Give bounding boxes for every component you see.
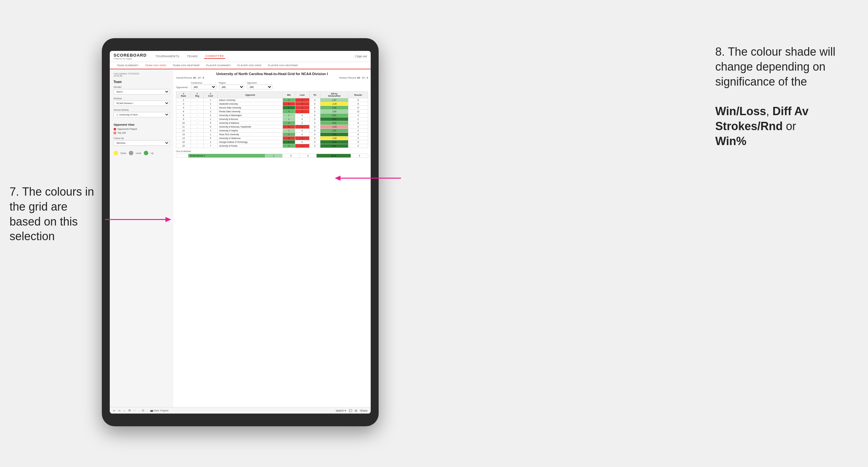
table-row: 12 - 3 University of Virginia 1 0 0 2.33… [176,129,368,133]
last-updated: Last Updated: 27/03/2024 16:55:38 [114,72,169,77]
h2h-table: #Rank #Reg #Conf Opponent Win Loss Tie D… [176,91,368,148]
cell-tie: 0 [309,144,320,148]
cell-rounds: 9 [348,144,368,148]
table-row: 3 - 2 Vanderbilt University 0 4 0 -2.29 … [176,102,368,106]
cell-conf: 6 [204,125,218,129]
cell-win: 2 [283,98,295,102]
ood-empty [176,154,188,158]
col-loss: Loss [295,92,309,98]
grid-area: University of North Carolina Head-to-Hea… [174,69,371,407]
ood-rounds: 3 [351,154,368,158]
cell-rounds: 3 [348,136,368,140]
table-header-row: #Rank #Reg #Conf Opponent Win Loss Tie D… [176,92,368,98]
share-btn[interactable]: Share [360,409,368,412]
clock-btn[interactable]: ⏱ [142,409,145,412]
nav-tournaments[interactable]: TOURNAMENTS [154,54,181,59]
sub-nav-player-h2h-grid[interactable]: PLAYER H2H GRID [234,62,265,69]
present-btn[interactable]: ⊞ [355,409,357,412]
cell-rounds: 9 [348,98,368,102]
table-row: 15 - 4 Georgia Institute of Technology 5… [176,140,368,144]
division-select[interactable]: NCAA Division I [114,100,169,106]
tablet-screen: SCOREBOARD Powered by clippd TOURNAMENTS… [110,51,371,413]
cell-rounds: 3 [348,114,368,117]
opponent-select[interactable]: (All) [247,85,272,89]
cell-reg: - [191,117,204,121]
cell-conf: 2 [204,110,218,114]
opponents-filter-label: Opponents: [176,86,188,89]
gender-select[interactable]: Men's [114,89,169,94]
sign-out-link[interactable]: | Sign out [355,55,367,58]
grid-subtitle-row: Overall Record: 89 - 17 - 0 Division Rec… [176,76,368,79]
out-of-division-table: NCAA Division II 1 0 0 26.00 3 [176,154,368,158]
cell-rank: 12 [176,129,191,133]
cell-rounds: 9 [348,133,368,136]
ood-loss: 0 [282,154,300,158]
radio-top100[interactable]: Top 100 [114,131,169,134]
bottom-toolbar: ↩ ↪ ← ⧉ ⋯ | ⏱ | 📷 View: Original Watch ▾… [110,407,371,413]
sub-nav-player-h2h-heatmap[interactable]: PLAYER H2H HEATMAP [265,62,301,69]
cell-diff: 9.00 [320,117,348,121]
sub-nav-team-h2h-grid[interactable]: TEAM H2H GRID [142,62,169,69]
cell-tie: 0 [309,133,320,136]
gender-label: Gender [114,86,169,88]
overall-record: Overall Record: 89 - 17 - 0 [176,76,204,79]
sub-nav-team-h2h-heatmap[interactable]: TEAM H2H HEATMAP [169,62,203,69]
cell-conf: 2 [204,102,218,106]
cell-win: 1 [283,129,295,133]
cell-loss: 2 [295,110,309,114]
comment-btn[interactable]: 💬 [349,409,352,412]
cell-loss: 1 [295,125,309,129]
cell-rounds: 3 [348,125,368,129]
watch-btn[interactable]: Watch ▾ [336,409,346,412]
radio-dot-opponents [114,128,116,130]
cell-reg: - [191,125,204,129]
more-btn[interactable]: ⋯ [133,409,136,412]
undo-btn[interactable]: ↩ [113,409,116,412]
cell-win: 5 [283,140,295,144]
cell-opponent: Vanderbilt University [218,102,283,106]
conference-select[interactable]: (All) [191,85,216,89]
nav-committee[interactable]: COMMITTEE [204,54,225,59]
region-select[interactable]: (All) [219,85,244,89]
cell-diff: -4.33 [320,125,348,129]
out-of-division-row: NCAA Division II 1 0 0 26.00 3 [176,154,368,158]
cell-reg: - [191,129,204,133]
back-btn[interactable]: ← [123,409,126,412]
cell-loss: 0 [295,121,309,125]
table-row: 14 - 5 University of Oklahoma 0 1 0 -1.0… [176,136,368,140]
sub-nav-team-summary[interactable]: TEAM SUMMARY [114,62,142,69]
cell-conf: 2 [204,114,218,117]
cell-loss: 1 [295,144,309,148]
radio-opponents-played[interactable]: Opponents Played [114,128,169,130]
cell-win: 4 [283,110,295,114]
school-select[interactable]: 1. University of Nort... [114,112,169,117]
cell-opponent: University of Alabama [218,121,283,125]
cell-rounds: 17 [348,106,368,110]
table-row: 11 - 6 University of Arkansas, Fayettevi… [176,125,368,129]
tablet-frame: SCOREBOARD Powered by clippd TOURNAMENTS… [102,38,379,426]
cell-diff: 1.83 [320,110,348,114]
cell-conf: 5 [204,121,218,125]
col-conf: #Conf [204,92,218,98]
cell-conf: 1 [204,98,218,102]
cell-opponent: Texas Tech University [218,133,283,136]
cell-tie: 0 [309,140,320,144]
redo-btn[interactable]: ↪ [118,409,121,412]
cell-reg: - [191,144,204,148]
sub-nav-player-summary[interactable]: PLAYER SUMMARY [203,62,234,69]
cell-tie: 0 [309,102,320,106]
top-nav: SCOREBOARD Powered by clippd TOURNAMENTS… [110,51,371,62]
cell-rank: 14 [176,136,191,140]
copy-btn[interactable]: ⧉ [128,409,130,412]
nav-teams[interactable]: TEAMS [186,54,199,59]
cell-diff: 3.67 [320,114,348,117]
colour-by-select[interactable]: Win/loss [114,140,169,146]
cell-conf: 1 [204,133,218,136]
cell-reg: - [191,110,204,114]
cell-opponent: Auburn University [218,98,283,102]
cell-loss: 0 [295,117,309,121]
cell-win: 0 [283,125,295,129]
cell-tie: 0 [309,136,320,140]
colour-by-label: Colour by [114,137,169,139]
cell-opponent: University of Oklahoma [218,136,283,140]
